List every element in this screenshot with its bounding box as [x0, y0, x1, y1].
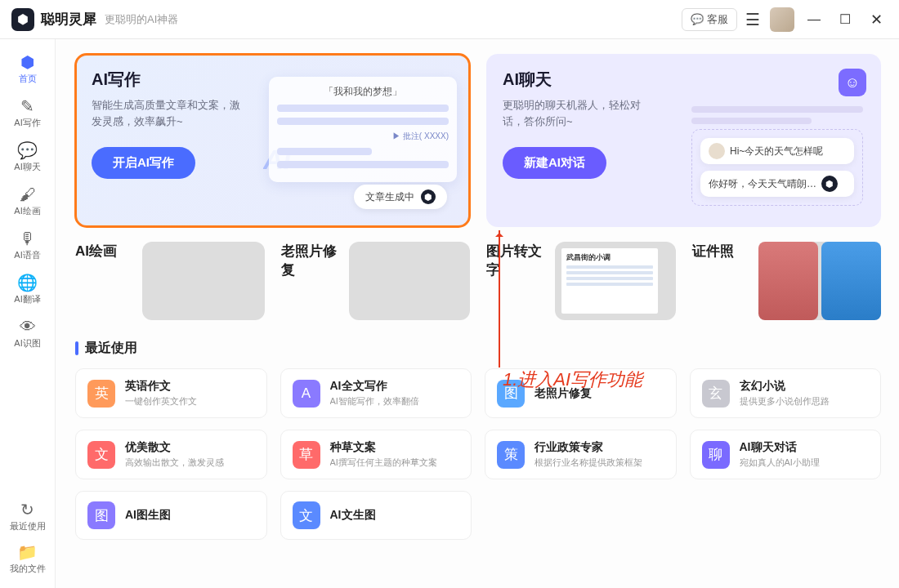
card-icon: 图	[87, 501, 115, 529]
user-avatar[interactable]	[770, 7, 794, 32]
recent-card[interactable]: 玄 玄幻小说 提供更多小说创作思路	[690, 368, 882, 418]
recent-card[interactable]: 图 老照片修复	[485, 368, 677, 418]
generating-pill: 文章生成中 ⬢	[354, 185, 447, 209]
chat-preview-box: Hi~今天的天气怎样呢 你好呀，今天天气晴朗…⬢	[691, 101, 863, 206]
card-title: AI文生图	[330, 508, 460, 523]
chat-fab-icon: ☺	[839, 69, 866, 96]
hexagon-icon: ⬢	[20, 54, 34, 70]
sidebar-item-label: AI写作	[14, 117, 40, 129]
bubble-text: 你好呀，今天天气晴朗…	[709, 177, 816, 191]
card-icon: 文	[87, 441, 115, 469]
recent-card[interactable]: 聊 AI聊天对话 宛如真人的AI小助理	[690, 430, 882, 479]
card-subtitle: 宛如真人的AI小助理	[740, 457, 870, 469]
feature-thumb	[142, 242, 265, 320]
recent-card[interactable]: 文 优美散文 高效输出散文，激发灵感	[75, 430, 267, 479]
sidebar-item-label: AI绘画	[14, 205, 40, 217]
sidebar-item-write[interactable]: ✎AI写作	[3, 91, 52, 134]
brush-icon: 🖌	[20, 186, 36, 203]
card-title: 玄幻小说	[740, 379, 870, 394]
support-label: 客服	[707, 12, 728, 27]
recent-card[interactable]: 图 AI图生图	[75, 491, 267, 540]
sidebar: ⬢首页 ✎AI写作 💬AI聊天 🖌AI绘画 🎙AI语音 🌐AI翻译 👁AI识图 …	[0, 39, 56, 588]
recent-card[interactable]: 草 种草文案 AI撰写任何主题的种草文案	[280, 430, 472, 479]
card-icon: 草	[293, 441, 320, 469]
sidebar-item-label: 首页	[19, 73, 37, 85]
main-content: AI写作 智能生成高质量文章和文案，激发灵感，效率飙升~ 开启AI写作 AI 「…	[56, 39, 899, 588]
hero-desc: 智能生成高质量文章和文案，激发灵感，效率飙升~	[92, 97, 247, 129]
recent-grid: 英 英语作文 一键创作英文作文A AI全文写作 AI智能写作，效率翻倍图 老照片…	[75, 368, 881, 540]
card-icon: A	[293, 380, 320, 408]
mic-icon: 🎙	[20, 230, 36, 247]
sidebar-item-label: AI翻译	[14, 293, 40, 305]
user-avatar-icon	[709, 143, 725, 159]
chat-icon: 💬	[17, 142, 38, 158]
sidebar-item-vision[interactable]: 👁AI识图	[3, 312, 52, 354]
recent-card[interactable]: 策 行业政策专家 根据行业名称提供政策框架	[485, 430, 677, 479]
card-title: 优美散文	[125, 440, 255, 455]
recent-card[interactable]: 英 英语作文 一键创作英文作文	[75, 368, 267, 418]
write-preview-card: 「我和我的梦想」 ▶ 批注( XXXX)	[269, 77, 457, 182]
clock-icon: ↻	[20, 501, 34, 518]
sidebar-item-home[interactable]: ⬢首页	[3, 47, 52, 90]
card-title: AI全文写作	[330, 379, 460, 394]
card-subtitle: 高效输出散文，激发灵感	[125, 457, 255, 469]
feature-id-photo[interactable]: 证件照	[692, 242, 882, 320]
app-brand: 聪明灵犀	[41, 10, 96, 29]
sidebar-item-voice[interactable]: 🎙AI语音	[3, 224, 52, 266]
close-button[interactable]: ✕	[865, 11, 888, 29]
minimize-button[interactable]: —	[803, 12, 825, 27]
sidebar-item-chat[interactable]: 💬AI聊天	[3, 136, 52, 178]
sidebar-item-label: AI识图	[14, 337, 40, 350]
card-title: AI图生图	[125, 508, 255, 523]
feature-title: AI绘画	[75, 242, 117, 261]
card-subtitle: 一键创作英文作文	[125, 395, 255, 408]
feature-ai-paint[interactable]: AI绘画	[75, 242, 265, 320]
doc-title: 武昌街的小调	[566, 252, 653, 263]
hero-ai-chat[interactable]: AI聊天 更聪明的聊天机器人，轻松对话，答你所问~ 新建AI对话 ☺ Hi~今天…	[486, 54, 881, 227]
section-recent-header: 最近使用	[75, 340, 881, 357]
sidebar-item-recent[interactable]: ↻最近使用	[3, 495, 52, 537]
pen-icon: ✎	[20, 98, 34, 114]
hero-ai-write[interactable]: AI写作 智能生成高质量文章和文案，激发灵感，效率飙升~ 开启AI写作 AI 「…	[75, 54, 470, 227]
recent-card[interactable]: 文 AI文生图	[280, 491, 472, 540]
feature-photo-restore[interactable]: 老照片修复	[281, 242, 471, 320]
feature-ocr[interactable]: 图片转文字 武昌街的小调	[486, 242, 676, 320]
card-title: 行业政策专家	[534, 440, 664, 455]
support-button[interactable]: 💬 客服	[682, 8, 737, 31]
feature-thumb: 武昌街的小调	[555, 242, 676, 320]
app-tagline: 更聪明的AI神器	[105, 12, 178, 27]
sidebar-item-paint[interactable]: 🖌AI绘画	[3, 180, 52, 222]
folder-icon: 📁	[17, 544, 38, 560]
card-icon: 图	[497, 380, 525, 408]
generating-text: 文章生成中	[365, 190, 414, 204]
maximize-button[interactable]: ☐	[834, 11, 857, 27]
sidebar-item-translate[interactable]: 🌐AI翻译	[3, 268, 52, 310]
card-subtitle: 根据行业名称提供政策框架	[534, 457, 664, 469]
feature-thumb	[349, 242, 470, 320]
card-title: 老照片修复	[534, 386, 664, 401]
start-ai-write-button[interactable]: 开启AI写作	[92, 147, 195, 179]
bot-avatar-icon: ⬢	[821, 176, 838, 192]
feature-title: 证件照	[692, 242, 734, 261]
recent-card[interactable]: A AI全文写作 AI智能写作，效率翻倍	[280, 368, 472, 418]
accent-bar-icon	[75, 341, 78, 355]
sidebar-item-label: 我的文件	[10, 563, 46, 575]
card-subtitle: AI智能写作，效率翻倍	[330, 395, 460, 408]
card-title: 种草文案	[330, 440, 460, 455]
globe-icon: 🌐	[17, 274, 38, 291]
eye-icon: 👁	[20, 318, 36, 335]
app-logo-icon: ⬢	[11, 8, 34, 31]
feature-title: 老照片修复	[281, 242, 350, 279]
sidebar-item-label: AI语音	[14, 249, 40, 261]
section-title-text: 最近使用	[85, 340, 137, 357]
card-title: 英语作文	[125, 379, 255, 394]
logo-dot-icon: ⬢	[421, 189, 436, 204]
card-icon: 文	[293, 501, 320, 529]
card-subtitle: 提供更多小说创作思路	[740, 395, 870, 408]
chat-bubble-bot: 你好呀，今天天气晴朗…⬢	[700, 171, 854, 197]
preview-title: 「我和我的梦想」	[277, 85, 449, 99]
new-ai-chat-button[interactable]: 新建AI对话	[503, 147, 606, 179]
sidebar-item-files[interactable]: 📁我的文件	[3, 537, 52, 580]
hamburger-menu-icon[interactable]: ☰	[745, 10, 760, 29]
chat-bubble-user: Hi~今天的天气怎样呢	[700, 138, 854, 164]
